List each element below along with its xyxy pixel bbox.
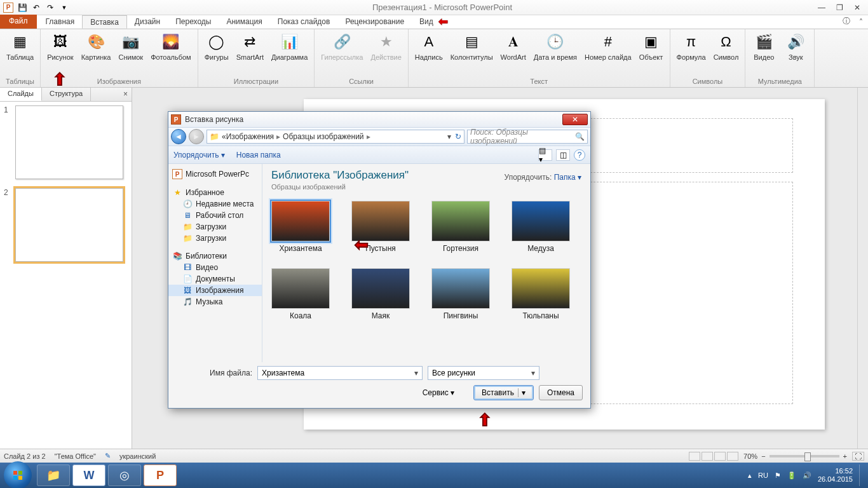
action-center-icon[interactable]: ⚑: [775, 471, 781, 480]
ribbon-tab-Вид[interactable]: Вид: [412, 15, 441, 29]
ribbon-Звук[interactable]: 🔊Звук: [781, 30, 810, 76]
keyboard-language[interactable]: RU: [758, 471, 768, 479]
ribbon-Снимок[interactable]: 📷Снимок: [116, 30, 146, 76]
tree-node-Музыка[interactable]: 🎵Музыка: [168, 296, 262, 308]
reading-view-button[interactable]: [714, 452, 726, 461]
ribbon-tab-Показ слайдов[interactable]: Показ слайдов: [270, 15, 338, 29]
file-Гортензия[interactable]: Гортензия: [431, 201, 490, 253]
explorer-taskbar-button[interactable]: 📁: [37, 464, 70, 486]
filename-input[interactable]: Хризантема ▾: [257, 366, 423, 380]
undo-icon[interactable]: ↶: [31, 2, 42, 13]
ribbon-Видео[interactable]: 🎬Видео: [749, 30, 778, 76]
file-Медуза[interactable]: Медуза: [512, 201, 570, 253]
tree-node-Видео[interactable]: 🎞Видео: [168, 262, 262, 273]
slides-tab[interactable]: Слайды: [0, 88, 42, 101]
help-button[interactable]: ?: [574, 149, 585, 161]
slideshow-view-button[interactable]: [727, 452, 738, 461]
file-Маяк[interactable]: Маяк: [351, 268, 410, 320]
fit-to-window-button[interactable]: ⛶: [852, 452, 864, 461]
normal-view-button[interactable]: [689, 452, 700, 461]
zoom-in-button[interactable]: +: [843, 452, 847, 460]
search-input[interactable]: Поиск: Образцы изображений 🔍: [467, 130, 588, 144]
tree-node-Библиотеки[interactable]: 📚Библиотеки: [168, 250, 262, 262]
file-list[interactable]: Библиотека "Изображения" Образцы изображ…: [262, 164, 590, 362]
tree-node-Избранное[interactable]: ★Избранное: [168, 187, 262, 198]
ribbon-Дата и время[interactable]: 🕒Дата и время: [531, 30, 580, 76]
slide-thumbnail[interactable]: 2: [4, 188, 128, 262]
tools-menu[interactable]: Сервис ▾: [423, 388, 454, 397]
tree-node-Microsoft PowerPc[interactable]: PMicrosoft PowerPc: [168, 168, 262, 180]
ribbon-tab-Переходы[interactable]: Переходы: [168, 15, 219, 29]
restore-button[interactable]: ❐: [832, 3, 846, 13]
battery-tray-icon[interactable]: 🔋: [787, 471, 796, 480]
ribbon-Фигуры[interactable]: ◯Фигуры: [202, 30, 231, 76]
zoom-level[interactable]: 70%: [743, 452, 757, 460]
ribbon-tab-Рецензирование[interactable]: Рецензирование: [337, 15, 412, 29]
close-panel-icon[interactable]: ×: [119, 88, 132, 101]
back-button[interactable]: ◄: [171, 129, 186, 144]
ribbon-Диаграмма[interactable]: 📊Диаграмма: [269, 30, 310, 76]
save-icon[interactable]: 💾: [17, 2, 28, 13]
folder-tree[interactable]: PMicrosoft PowerPc★Избранное🕘Недавние ме…: [168, 164, 262, 362]
chrome-taskbar-button[interactable]: ◎: [108, 464, 141, 486]
slide-thumbnail[interactable]: 1: [4, 105, 128, 179]
show-desktop-button[interactable]: [859, 464, 864, 486]
ribbon-Символ[interactable]: ΩСимвол: [711, 30, 742, 76]
breadcrumb[interactable]: 📁 « Изображения ▸ Образцы изображений ▸ …: [207, 130, 465, 144]
cancel-button[interactable]: Отмена: [539, 385, 583, 400]
qat-dropdown-icon[interactable]: ▼: [58, 2, 70, 13]
ribbon-Рисунок[interactable]: 🖼Рисунок: [44, 30, 76, 76]
tree-node-Загрузки[interactable]: 📁Загрузки: [168, 221, 262, 233]
ribbon-tab-Дизайн[interactable]: Дизайн: [127, 15, 168, 29]
file-Хризантема[interactable]: Хризантема: [271, 201, 330, 253]
volume-tray-icon[interactable]: 🔊: [803, 471, 811, 480]
collapse-ribbon-icon[interactable]: ˄: [854, 16, 868, 29]
ribbon-tab-Вставка[interactable]: Вставка: [82, 15, 127, 29]
zoom-slider[interactable]: [770, 455, 839, 458]
file-Пустыня[interactable]: Пустыня: [351, 201, 410, 253]
forward-button[interactable]: ►: [189, 129, 204, 144]
ribbon-tab-Анимация[interactable]: Анимация: [219, 15, 269, 29]
tree-node-Рабочий стол[interactable]: 🖥Рабочий стол: [168, 210, 262, 221]
tree-node-Загрузки[interactable]: 📁Загрузки: [168, 233, 262, 244]
ribbon-Колонтитулы[interactable]: ▤Колонтитулы: [448, 30, 496, 76]
close-button[interactable]: ✕: [850, 3, 864, 13]
tree-node-Документы[interactable]: 📄Документы: [168, 273, 262, 285]
file-Тюльпаны[interactable]: Тюльпаны: [512, 268, 570, 320]
ribbon-tab-Главная[interactable]: Главная: [38, 15, 83, 29]
new-folder-button[interactable]: Новая папка: [236, 151, 281, 159]
help-icon[interactable]: ⓘ: [839, 14, 854, 29]
file-type-filter[interactable]: Все рисунки ▾: [428, 366, 539, 380]
ribbon-Фотоальбом[interactable]: 🌄Фотоальбом: [148, 30, 194, 76]
zoom-out-button[interactable]: −: [761, 452, 765, 460]
ribbon-WordArt[interactable]: 𝐀WordArt: [498, 30, 529, 76]
vertical-scrollbar[interactable]: [857, 88, 868, 449]
arrange-by[interactable]: Упорядочить: Папка ▾: [505, 173, 581, 182]
ribbon-Номер слайда[interactable]: #Номер слайда: [582, 30, 634, 76]
organize-menu[interactable]: Упорядочить ▾: [173, 151, 225, 159]
file-Пингвины[interactable]: Пингвины: [431, 268, 490, 320]
ribbon-Формула[interactable]: πФормула: [674, 30, 709, 76]
minimize-button[interactable]: ―: [815, 3, 829, 13]
insert-button[interactable]: Вставить▾: [473, 385, 534, 400]
tray-arrow-icon[interactable]: ▴: [748, 471, 752, 480]
ribbon-Картинка[interactable]: 🎨Картинка: [79, 30, 114, 76]
file-tab[interactable]: Файл: [0, 15, 37, 29]
powerpoint-taskbar-button[interactable]: P: [144, 464, 177, 486]
outline-tab[interactable]: Структура: [42, 88, 91, 101]
dialog-close-button[interactable]: ✕: [562, 114, 588, 125]
file-Коала[interactable]: Коала: [271, 268, 330, 320]
tree-node-Изображения[interactable]: 🖼Изображения: [168, 285, 262, 296]
preview-pane-button[interactable]: ◫: [556, 149, 570, 161]
dialog-titlebar[interactable]: P Вставка рисунка ✕: [168, 112, 590, 127]
clock[interactable]: 16:52 26.04.2015: [818, 467, 853, 484]
redo-icon[interactable]: ↷: [44, 2, 56, 13]
view-mode-button[interactable]: ▤ ▾: [538, 149, 552, 161]
language-indicator[interactable]: украинский: [119, 452, 156, 460]
start-button[interactable]: [4, 461, 32, 488]
refresh-icon[interactable]: ↻: [455, 132, 461, 141]
ribbon-Надпись[interactable]: AНадпись: [412, 30, 445, 76]
ribbon-Таблица[interactable]: ▦Таблица: [4, 30, 36, 76]
ribbon-Объект[interactable]: ▣Объект: [637, 30, 666, 76]
tree-node-Недавние места[interactable]: 🕘Недавние места: [168, 198, 262, 210]
